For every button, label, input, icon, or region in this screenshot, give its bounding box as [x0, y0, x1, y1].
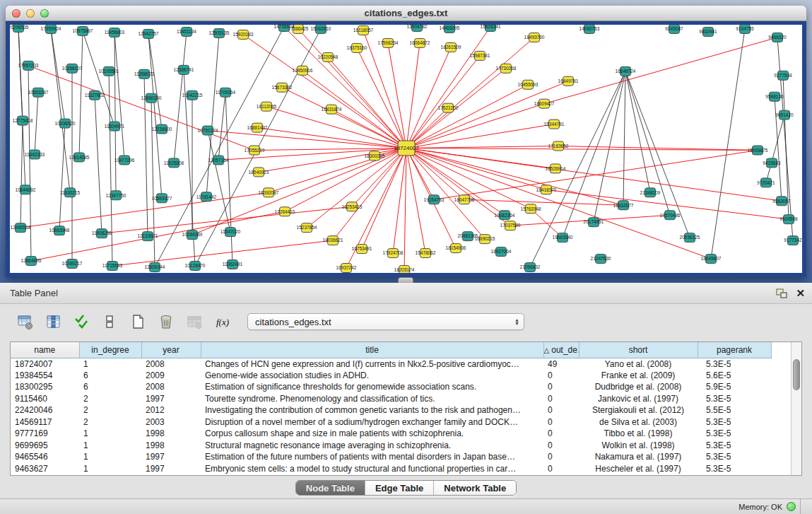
desktop-background: citations_edges.txt 18724007179247081675… [0, 0, 812, 283]
table-cell: 2012 [141, 404, 201, 416]
table-select-value: citations_edges.txt [255, 317, 514, 327]
citation-edge-red[interactable] [464, 199, 623, 205]
node-table: namein_degreeyeartitle△out_de…shortpager… [11, 342, 772, 474]
citation-edge-black[interactable] [51, 29, 65, 124]
table-select-dropdown[interactable]: citations_edges.txt ▲▼ [247, 313, 524, 330]
delete-column-icon[interactable] [154, 311, 178, 332]
table-cell: 0 [543, 381, 579, 393]
create-column-icon[interactable] [126, 311, 150, 332]
citation-edge-red[interactable] [406, 148, 425, 254]
citation-network-graph[interactable]: 1872400717924708167534911803662115237854… [10, 25, 802, 273]
citation-edge-black[interactable] [114, 33, 116, 195]
citation-edge-black[interactable] [625, 71, 650, 193]
citation-edge-red[interactable] [31, 211, 285, 261]
column-header-short[interactable]: short [579, 342, 698, 358]
citation-edge-black[interactable] [109, 71, 112, 266]
table-row[interactable]: 2242004622012Investigating the contribut… [11, 404, 771, 416]
citation-edge-red[interactable] [357, 48, 406, 148]
select-rows-icon[interactable] [69, 311, 93, 332]
citation-edge-black[interactable] [79, 31, 83, 157]
graph-node-label: 20936125 [680, 235, 700, 240]
table-row[interactable]: 1456911722003Disruption of a novel membe… [11, 416, 771, 428]
column-header-in_degree[interactable]: in_degree [79, 342, 141, 358]
citation-edge-black[interactable] [563, 71, 625, 238]
citation-edge-red[interactable] [406, 146, 558, 148]
table-row[interactable]: 911546021997Tourette syndrome. Phenomeno… [11, 393, 771, 405]
citation-edge-red[interactable] [406, 81, 568, 148]
column-header-title[interactable]: title [201, 342, 543, 358]
table-row[interactable]: 1830029562008Estimation of significance … [11, 381, 771, 393]
graph-node-label: 12505135 [209, 30, 230, 35]
citation-edge-black[interactable] [711, 29, 745, 259]
table-row[interactable]: 1938455462009Genome-wide association stu… [11, 370, 771, 382]
citation-edge-black[interactable] [766, 115, 784, 183]
graph-node-label: 16392087 [259, 190, 279, 195]
graph-node-label: 16937242 [336, 265, 357, 270]
column-header-year[interactable]: year [141, 342, 201, 358]
graph-node-label: 12133671 [138, 233, 158, 238]
close-panel-icon[interactable]: ✕ [796, 288, 805, 298]
network-canvas[interactable]: 1872400717924708167534911803662115237854… [6, 21, 806, 277]
table-row[interactable]: 969969511998Structural magnetic resonanc… [11, 440, 771, 452]
column-header-name[interactable]: name [11, 342, 79, 358]
column-header-pagerank[interactable]: pagerank [698, 342, 771, 358]
citation-edge-black[interactable] [59, 124, 65, 231]
citation-edge-red[interactable] [406, 104, 544, 148]
graph-node-label: 15628341 [481, 25, 501, 29]
citation-edge-red[interactable] [307, 148, 406, 228]
citation-edge-black[interactable] [151, 98, 155, 267]
citation-edge-red[interactable] [333, 148, 406, 241]
citation-edge-black[interactable] [28, 66, 31, 261]
citation-edge-black[interactable] [18, 28, 23, 121]
citation-edge-red[interactable] [243, 35, 406, 148]
scrollbar-thumb[interactable] [793, 359, 800, 390]
citation-edge-red[interactable] [406, 148, 782, 201]
citation-edge-red[interactable] [406, 124, 554, 148]
float-panel-icon[interactable] [776, 288, 787, 298]
citation-edge-black[interactable] [155, 27, 284, 267]
table-row[interactable]: 977716911998Corpus callosum shape and si… [11, 428, 771, 440]
citation-edge-black[interactable] [35, 93, 38, 155]
graph-node-label: 12366741 [174, 67, 194, 72]
citation-edge-red[interactable] [328, 57, 406, 148]
citation-edge-black[interactable] [777, 37, 793, 240]
table-vertical-scrollbar[interactable] [791, 342, 801, 475]
graph-node-label: 11451134 [177, 29, 196, 34]
table-row[interactable]: 946362711997Embryonic stem cells: a mode… [11, 463, 771, 475]
tab-network-table[interactable]: Network Table [434, 481, 516, 495]
citation-edge-black[interactable] [95, 95, 102, 233]
table-row[interactable]: 946554611997Estimation of the future num… [11, 451, 771, 463]
citation-edge-black[interactable] [623, 71, 625, 205]
column-header-out_de[interactable]: △out_de… [543, 342, 579, 358]
citation-edge-red[interactable] [302, 71, 406, 148]
citation-edge-black[interactable] [83, 31, 114, 127]
function-builder-icon[interactable]: f(x) [211, 311, 235, 332]
citation-edge-black[interactable] [218, 93, 225, 160]
citation-edge-red[interactable] [406, 148, 546, 190]
citation-edge-black[interactable] [225, 93, 233, 264]
network-window-titlebar[interactable]: citations_edges.txt [6, 6, 806, 21]
tab-edge-table[interactable]: Edge Table [365, 481, 434, 495]
graph-node-label: 15478062 [416, 250, 436, 255]
citation-edge-black[interactable] [114, 33, 124, 160]
graph-node-label: 11908256 [92, 230, 112, 235]
citation-edge-black[interactable] [208, 131, 230, 233]
citation-edge-red[interactable] [20, 192, 269, 228]
panel-splitter-handle[interactable] [398, 277, 413, 283]
citation-edge-red[interactable] [406, 56, 480, 148]
table-cell: 6 [79, 381, 141, 393]
table-cell: 0 [543, 440, 579, 452]
table-row[interactable]: 1872400712008Changes of HCN gene express… [11, 358, 771, 370]
citation-edge-red[interactable] [404, 148, 406, 271]
row-height-icon[interactable] [98, 311, 122, 332]
graph-node-label: 11715563 [102, 263, 123, 268]
citation-edge-black[interactable] [20, 121, 23, 228]
citation-edge-red[interactable] [259, 148, 406, 173]
citation-edge-red[interactable] [544, 37, 777, 104]
table-options-icon[interactable] [13, 311, 37, 332]
tab-node-table[interactable]: Node Table [296, 481, 365, 495]
column-visibility-icon[interactable] [41, 311, 65, 332]
citation-edge-red[interactable] [257, 128, 406, 148]
citation-edge-red[interactable] [434, 150, 758, 199]
citation-edge-black[interactable] [51, 29, 70, 192]
